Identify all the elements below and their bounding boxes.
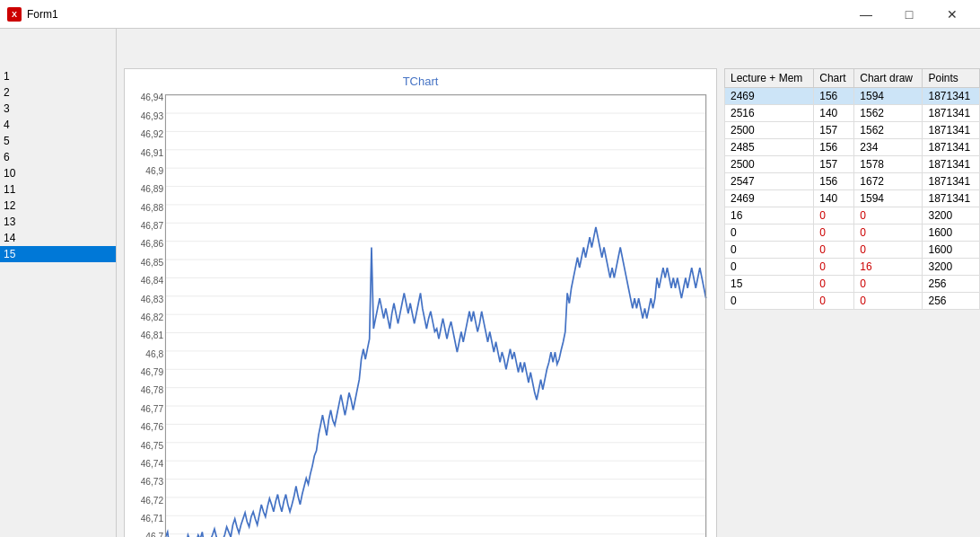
table-row[interactable]: 246914015941871341 [725, 190, 980, 207]
cell-chart: 140 [814, 190, 854, 207]
row-list: 123456101112131415 [0, 68, 116, 262]
minimize-button[interactable]: — [845, 1, 887, 28]
cell-lecture: 2485 [725, 139, 814, 156]
svg-text:46,86: 46,86 [141, 239, 164, 249]
table-row[interactable]: 16003200 [725, 207, 980, 224]
cell-lecture: 2469 [725, 190, 814, 207]
table-row[interactable]: 0001600 [725, 224, 980, 242]
cell-chart: 157 [814, 122, 854, 139]
svg-text:46,81: 46,81 [141, 330, 164, 340]
svg-text:46,82: 46,82 [141, 313, 164, 322]
cell-chart: 156 [814, 139, 854, 156]
svg-text:46,77: 46,77 [141, 404, 164, 414]
svg-text:46,72: 46,72 [141, 496, 164, 506]
svg-text:46,84: 46,84 [141, 276, 164, 286]
cell-chartdraw: 1562 [854, 105, 923, 122]
cell-points: 1871341 [923, 122, 980, 139]
row-list-item[interactable]: 6 [0, 149, 116, 165]
cell-chart: 156 [814, 173, 854, 190]
svg-text:46,85: 46,85 [141, 258, 164, 268]
center-panel: TChart [117, 29, 724, 537]
cell-chartdraw: 1672 [854, 173, 923, 190]
cell-chart: 157 [814, 156, 854, 173]
row-list-item[interactable]: 5 [0, 133, 116, 149]
svg-text:46,75: 46,75 [141, 441, 164, 451]
svg-text:46,91: 46,91 [141, 148, 164, 158]
row-list-item[interactable]: 11 [0, 181, 116, 198]
table-row[interactable]: 250015715621871341 [725, 122, 980, 139]
row-list-item[interactable]: 3 [0, 101, 116, 117]
table-row[interactable]: 0001600 [725, 242, 980, 259]
cell-points: 1600 [923, 224, 980, 242]
cell-lecture: 2547 [725, 173, 814, 190]
svg-text:46,74: 46,74 [141, 459, 164, 469]
cell-points: 256 [923, 293, 980, 310]
cell-chartdraw: 0 [854, 242, 923, 259]
cell-points: 3200 [923, 259, 980, 276]
table-row[interactable]: 1500256 [725, 276, 980, 293]
main-content: 123456101112131415 TChart [0, 29, 980, 537]
svg-text:46,83: 46,83 [141, 295, 164, 304]
cell-points: 1871341 [923, 173, 980, 190]
cell-points: 1600 [923, 242, 980, 259]
table-row[interactable]: 000256 [725, 293, 980, 310]
cell-lecture: 16 [725, 207, 814, 224]
table-row[interactable]: 254715616721871341 [725, 173, 980, 190]
title-bar-left: X Form1 [7, 7, 58, 22]
cell-points: 1871341 [923, 139, 980, 156]
cell-chart: 0 [814, 242, 854, 259]
svg-rect-0 [165, 95, 705, 537]
left-panel: 123456101112131415 [0, 29, 117, 537]
cell-chart: 0 [814, 224, 854, 242]
table-row[interactable]: 250015715781871341 [725, 156, 980, 173]
table-row[interactable]: 00163200 [725, 259, 980, 276]
cell-chart: 0 [814, 293, 854, 310]
table-row[interactable]: 24851562341871341 [725, 139, 980, 156]
svg-text:46,7: 46,7 [145, 533, 163, 537]
svg-text:46,93: 46,93 [141, 111, 164, 121]
cell-chartdraw: 0 [854, 293, 923, 310]
table-row[interactable]: 251614015621871341 [725, 105, 980, 122]
row-list-item[interactable]: 14 [0, 230, 116, 246]
cell-chartdraw: 0 [854, 276, 923, 293]
chart-title: TChart [125, 69, 716, 90]
row-list-item[interactable]: 10 [0, 165, 116, 181]
cell-chartdraw: 0 [854, 207, 923, 224]
cell-chart: 0 [814, 276, 854, 293]
cell-lecture: 0 [725, 224, 814, 242]
cell-points: 3200 [923, 207, 980, 224]
close-button[interactable]: ✕ [932, 1, 973, 28]
cell-chartdraw: 1578 [854, 156, 923, 173]
svg-text:46,9: 46,9 [145, 166, 163, 176]
cell-points: 256 [923, 276, 980, 293]
cell-chart: 140 [814, 105, 854, 122]
cell-lecture: 15 [725, 276, 814, 293]
right-panel: Lecture + Mem Chart Chart draw Points 24… [724, 29, 980, 537]
row-list-item[interactable]: 12 [0, 198, 116, 214]
cell-chart: 0 [814, 259, 854, 276]
data-table: Lecture + Mem Chart Chart draw Points 24… [724, 68, 980, 310]
svg-text:46,87: 46,87 [141, 221, 164, 231]
svg-text:46,79: 46,79 [141, 367, 164, 377]
window-title: Form1 [27, 8, 58, 21]
maximize-button[interactable]: □ [888, 1, 930, 28]
cell-chartdraw: 0 [854, 224, 923, 242]
svg-text:46,94: 46,94 [141, 92, 164, 102]
cell-chart: 0 [814, 207, 854, 224]
cell-lecture: 2516 [725, 105, 814, 122]
svg-text:46,78: 46,78 [141, 385, 164, 395]
row-list-item[interactable]: 4 [0, 117, 116, 133]
cell-chartdraw: 1562 [854, 122, 923, 139]
cell-chartdraw: 234 [854, 139, 923, 156]
cell-points: 1871341 [923, 105, 980, 122]
cell-lecture: 2500 [725, 122, 814, 139]
row-list-item[interactable]: 15 [0, 246, 116, 262]
cell-lecture: 2500 [725, 156, 814, 173]
row-list-item[interactable]: 13 [0, 214, 116, 230]
cell-lecture: 0 [725, 293, 814, 310]
svg-text:46,76: 46,76 [141, 422, 164, 432]
cell-chartdraw: 16 [854, 259, 923, 276]
app-icon: X [7, 7, 22, 22]
cell-lecture: 0 [725, 242, 814, 259]
svg-text:46,92: 46,92 [141, 129, 164, 139]
